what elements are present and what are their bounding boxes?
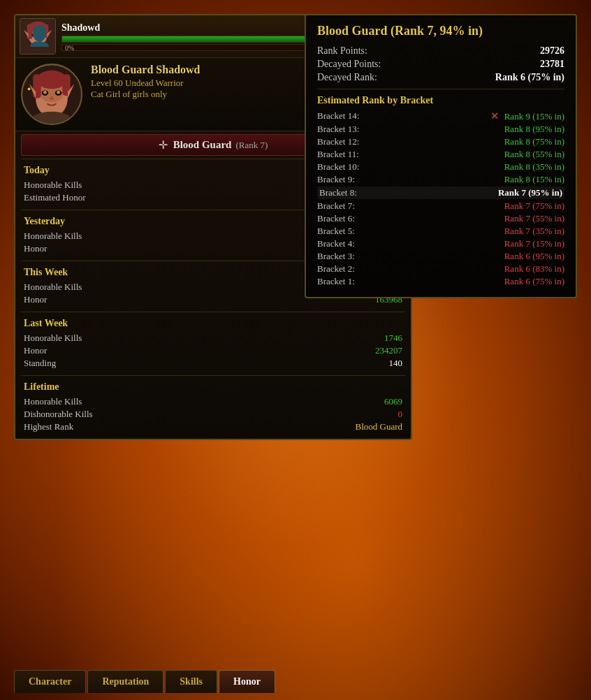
lifetime-rank-value: Blood Guard <box>355 421 402 432</box>
bracket-14-value: Rank 9 (15% in) <box>504 111 564 122</box>
bracket-14-label: Bracket 14: <box>317 110 359 122</box>
svg-marker-12 <box>47 29 52 38</box>
lifetime-section: Lifetime Honorable Kills 6069 Dishonorab… <box>21 375 405 439</box>
lastweek-honor-row: Honor 234207 <box>24 344 402 357</box>
avatar-large <box>21 64 82 125</box>
tab-bar: Character Reputation Skills Honor <box>14 670 412 693</box>
bracket-4-row: Bracket 4: Rank 7 (15% in) <box>317 238 564 249</box>
lifetime-dishonor-label: Dishonorable Kills <box>24 409 93 420</box>
svg-rect-5 <box>43 24 49 38</box>
bracket-2-value: Rank 6 (83% in) <box>504 263 564 275</box>
svg-rect-13 <box>22 65 81 124</box>
tab-character[interactable]: Character <box>14 670 86 693</box>
tooltip-title: Blood Guard (Rank 7, 94% in) <box>317 24 564 38</box>
bracket-10-value: Rank 8 (35% in) <box>504 161 564 173</box>
thisweek-kills-label: Honorable Kills <box>24 282 82 293</box>
lastweek-kills-label: Honorable Kills <box>24 333 82 344</box>
bracket-6-label: Bracket 6: <box>317 213 355 224</box>
char-name: Shadowd <box>61 22 100 34</box>
tab-reputation[interactable]: Reputation <box>87 670 163 693</box>
tooltip-decayed-points: Decayed Points: 23781 <box>317 59 564 70</box>
svg-rect-17 <box>33 74 41 98</box>
yesterday-honor-label: Honor <box>24 243 47 254</box>
yesterday-kills-label: Honorable Kills <box>24 231 82 242</box>
lastweek-standing-value: 140 <box>389 358 403 369</box>
bracket-3-row: Bracket 3: Rank 6 (95% in) <box>317 251 564 262</box>
lifetime-kills-row: Honorable Kills 6069 <box>24 395 402 408</box>
svg-rect-4 <box>27 24 33 39</box>
lastweek-honor-value: 234207 <box>375 345 402 356</box>
bracket-9-value: Rank 8 (15% in) <box>504 174 564 185</box>
thisweek-honor-label: Honor <box>24 294 47 305</box>
lifetime-rank-row: Highest Rank Blood Guard <box>24 421 402 433</box>
tooltip-decayed-points-label: Decayed Points: <box>317 59 381 70</box>
svg-point-26 <box>28 87 31 90</box>
svg-point-27 <box>31 112 71 124</box>
svg-marker-25 <box>68 84 75 99</box>
bracket-12-label: Bracket 12: <box>317 136 359 147</box>
tooltip-decayed-rank-label: Decayed Rank: <box>317 72 377 83</box>
bracket-13-label: Bracket 13: <box>317 124 359 135</box>
svg-point-1 <box>29 24 48 46</box>
bracket-9-label: Bracket 9: <box>317 174 355 185</box>
svg-point-23 <box>50 96 54 100</box>
today-kills-label: Honorable Kills <box>24 180 82 191</box>
lifetime-title: Lifetime <box>24 381 402 393</box>
lastweek-section: Last Week Honorable Kills 1746 Honor 234… <box>21 312 405 375</box>
svg-rect-0 <box>20 19 55 54</box>
rank-icon: ✛ <box>159 138 168 152</box>
tab-skills[interactable]: Skills <box>165 670 217 693</box>
svg-point-20 <box>55 90 62 96</box>
bracket-4-label: Bracket 4: <box>317 238 355 249</box>
bracket-14-row: Bracket 14: ✕ Rank 9 (15% in) <box>317 110 564 122</box>
lastweek-kills-value: 1746 <box>384 333 402 344</box>
bracket-3-value: Rank 6 (95% in) <box>504 251 564 262</box>
svg-point-15 <box>38 78 65 102</box>
svg-point-22 <box>57 91 60 94</box>
tooltip-decayed-rank: Decayed Rank: Rank 6 (75% in) <box>317 72 564 83</box>
lastweek-standing-row: Standing 140 <box>24 357 402 370</box>
bracket-10-label: Bracket 10: <box>317 161 359 173</box>
bracket-8-label: Bracket 8: <box>319 187 357 198</box>
svg-point-7 <box>40 34 44 37</box>
svg-rect-18 <box>62 74 70 96</box>
lastweek-standing-label: Standing <box>24 358 56 369</box>
bracket-5-value: Rank 7 (35% in) <box>504 226 564 237</box>
bracket-13-row: Bracket 13: Rank 8 (95% in) <box>317 124 564 135</box>
bracket-13-value: Rank 8 (95% in) <box>504 124 564 135</box>
bracket-11-value: Rank 8 (55% in) <box>504 149 564 160</box>
tab-honor[interactable]: Honor <box>219 670 275 693</box>
svg-point-19 <box>42 90 49 96</box>
bracket-8-value: Rank 7 (95% in) <box>498 187 562 198</box>
bracket-9-row: Bracket 9: Rank 8 (15% in) <box>317 174 564 185</box>
tooltip-rank-points: Rank Points: 29726 <box>317 45 564 57</box>
lifetime-kills-value: 6069 <box>384 396 402 407</box>
bracket-10-row: Bracket 10: Rank 8 (35% in) <box>317 161 564 173</box>
bracket-2-row: Bracket 2: Rank 6 (83% in) <box>317 263 564 275</box>
bracket-12-value: Rank 8 (75% in) <box>504 136 564 147</box>
bracket-3-label: Bracket 3: <box>317 251 355 262</box>
rank-sub: (Rank 7) <box>235 140 268 151</box>
svg-point-16 <box>37 71 66 89</box>
tooltip-rank-points-label: Rank Points: <box>317 45 367 57</box>
bracket-6-row: Bracket 6: Rank 7 (55% in) <box>317 213 564 224</box>
svg-point-2 <box>29 24 45 38</box>
lifetime-dishonor-value: 0 <box>398 409 403 420</box>
lastweek-kills-row: Honorable Kills 1746 <box>24 332 402 344</box>
rank-name: Blood Guard <box>173 139 232 151</box>
bracket-8-row: Bracket 8: Rank 7 (95% in) <box>317 187 564 199</box>
bracket-7-label: Bracket 7: <box>317 200 355 212</box>
lifetime-dishonor-row: Dishonorable Kills 0 <box>24 408 402 421</box>
bracket-6-value: Rank 7 (55% in) <box>504 213 564 224</box>
bracket-7-row: Bracket 7: Rank 7 (75% in) <box>317 200 564 212</box>
bracket-11-row: Bracket 11: Rank 8 (55% in) <box>317 149 564 160</box>
bracket-2-label: Bracket 2: <box>317 263 355 275</box>
svg-point-21 <box>43 91 47 94</box>
svg-point-9 <box>41 34 43 36</box>
bracket-5-label: Bracket 5: <box>317 226 355 237</box>
xp-percent: 0% <box>65 43 74 51</box>
bracket-12-row: Bracket 12: Rank 8 (75% in) <box>317 136 564 147</box>
bracket-1-value: Rank 6 (75% in) <box>504 276 564 287</box>
bracket-11-label: Bracket 11: <box>317 149 359 160</box>
tooltip-decayed-points-value: 23781 <box>540 59 564 70</box>
